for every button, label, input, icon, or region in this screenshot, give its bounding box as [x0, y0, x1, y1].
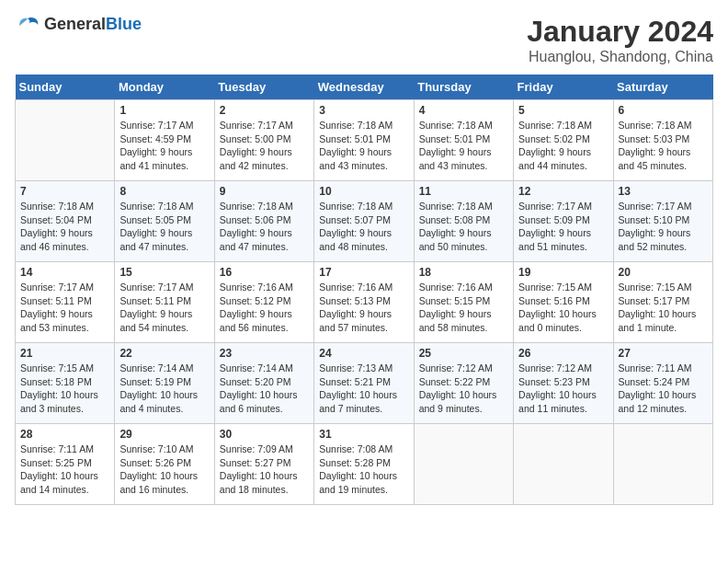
daylight-label: Daylight: 10 hours [619, 388, 708, 402]
calendar-cell [514, 424, 613, 505]
daylight-label: Daylight: 9 hours [20, 307, 109, 321]
calendar-cell: 31Sunrise: 7:08 AMSunset: 5:28 PMDayligh… [314, 424, 414, 505]
daylight-minutes: and 4 minutes. [119, 402, 209, 416]
sunset-info: Sunset: 5:03 PM [619, 132, 708, 146]
daylight-label: Daylight: 10 hours [220, 469, 309, 483]
sunset-info: Sunset: 5:11 PM [20, 294, 109, 308]
sunrise-info: Sunrise: 7:17 AM [220, 119, 309, 132]
sunrise-info: Sunrise: 7:18 AM [419, 200, 508, 213]
day-number: 9 [220, 185, 309, 198]
day-number: 15 [119, 266, 209, 279]
column-header-saturday: Saturday [613, 75, 712, 100]
calendar-cell: 11Sunrise: 7:18 AMSunset: 5:08 PMDayligh… [414, 181, 513, 262]
sunrise-info: Sunrise: 7:18 AM [220, 200, 309, 213]
sunrise-info: Sunrise: 7:15 AM [20, 362, 109, 375]
day-info: Sunrise: 7:15 AMSunset: 5:17 PMDaylight:… [619, 281, 708, 335]
sunset-info: Sunset: 5:00 PM [220, 132, 309, 146]
sunset-info: Sunset: 5:15 PM [419, 294, 508, 308]
sunset-info: Sunset: 5:10 PM [619, 213, 708, 227]
daylight-label: Daylight: 9 hours [119, 226, 209, 240]
day-number: 5 [518, 104, 608, 117]
daylight-minutes: and 46 minutes. [20, 240, 109, 254]
daylight-label: Daylight: 9 hours [518, 226, 608, 240]
sunset-info: Sunset: 5:19 PM [119, 375, 209, 389]
day-info: Sunrise: 7:15 AMSunset: 5:16 PMDaylight:… [518, 281, 608, 335]
calendar-week-row: 28Sunrise: 7:11 AMSunset: 5:25 PMDayligh… [16, 424, 713, 505]
daylight-label: Daylight: 9 hours [419, 307, 508, 321]
daylight-label: Daylight: 10 hours [119, 469, 209, 483]
sunset-info: Sunset: 5:16 PM [518, 294, 608, 308]
day-info: Sunrise: 7:12 AMSunset: 5:23 PMDaylight:… [518, 362, 608, 416]
daylight-minutes: and 57 minutes. [319, 321, 408, 335]
daylight-minutes: and 18 minutes. [220, 483, 309, 497]
day-number: 7 [20, 185, 109, 198]
sunset-info: Sunset: 5:12 PM [220, 294, 309, 308]
sunset-info: Sunset: 5:08 PM [419, 213, 508, 227]
daylight-label: Daylight: 10 hours [319, 469, 408, 483]
day-number: 12 [518, 185, 608, 198]
day-number: 4 [419, 104, 508, 117]
day-info: Sunrise: 7:14 AMSunset: 5:19 PMDaylight:… [119, 362, 209, 416]
daylight-minutes: and 43 minutes. [419, 159, 508, 173]
sunset-info: Sunset: 5:28 PM [319, 456, 408, 470]
sunset-info: Sunset: 5:20 PM [220, 375, 309, 389]
calendar-week-row: 7Sunrise: 7:18 AMSunset: 5:04 PMDaylight… [16, 181, 713, 262]
day-info: Sunrise: 7:11 AMSunset: 5:24 PMDaylight:… [619, 362, 708, 416]
sunrise-info: Sunrise: 7:16 AM [220, 281, 309, 294]
sunset-info: Sunset: 5:11 PM [119, 294, 209, 308]
daylight-minutes: and 6 minutes. [220, 402, 309, 416]
daylight-label: Daylight: 10 hours [20, 388, 109, 402]
day-number: 24 [319, 347, 408, 360]
sunrise-info: Sunrise: 7:13 AM [319, 362, 408, 375]
sunrise-info: Sunrise: 7:18 AM [119, 200, 209, 213]
day-number: 19 [518, 266, 608, 279]
sunrise-info: Sunrise: 7:17 AM [619, 200, 708, 213]
column-header-sunday: Sunday [16, 75, 115, 100]
daylight-minutes: and 19 minutes. [319, 483, 408, 497]
daylight-minutes: and 53 minutes. [20, 321, 109, 335]
sunset-info: Sunset: 5:13 PM [319, 294, 408, 308]
logo-general: General [44, 15, 106, 33]
calendar-week-row: 1Sunrise: 7:17 AMSunset: 4:59 PMDaylight… [16, 100, 713, 181]
daylight-minutes: and 48 minutes. [319, 240, 408, 254]
sunset-info: Sunset: 5:01 PM [319, 132, 408, 146]
calendar-cell: 9Sunrise: 7:18 AMSunset: 5:06 PMDaylight… [214, 181, 313, 262]
day-number: 8 [119, 185, 209, 198]
sunrise-info: Sunrise: 7:14 AM [119, 362, 209, 375]
day-number: 13 [619, 185, 708, 198]
day-info: Sunrise: 7:18 AMSunset: 5:01 PMDaylight:… [319, 119, 408, 173]
daylight-label: Daylight: 9 hours [220, 226, 309, 240]
daylight-label: Daylight: 10 hours [619, 307, 708, 321]
sunset-info: Sunset: 5:24 PM [619, 375, 708, 389]
daylight-label: Daylight: 9 hours [319, 226, 408, 240]
daylight-minutes: and 52 minutes. [619, 240, 708, 254]
daylight-label: Daylight: 9 hours [220, 307, 309, 321]
day-number: 16 [220, 266, 309, 279]
daylight-label: Daylight: 9 hours [20, 226, 109, 240]
day-number: 17 [319, 266, 408, 279]
sunset-info: Sunset: 5:01 PM [419, 132, 508, 146]
calendar-table: SundayMondayTuesdayWednesdayThursdayFrid… [15, 75, 713, 505]
calendar-cell: 25Sunrise: 7:12 AMSunset: 5:22 PMDayligh… [414, 343, 513, 424]
calendar-cell: 2Sunrise: 7:17 AMSunset: 5:00 PMDaylight… [214, 100, 313, 181]
calendar-cell: 21Sunrise: 7:15 AMSunset: 5:18 PMDayligh… [16, 343, 115, 424]
sunrise-info: Sunrise: 7:17 AM [119, 119, 209, 132]
daylight-label: Daylight: 10 hours [419, 388, 508, 402]
daylight-minutes: and 43 minutes. [319, 159, 408, 173]
column-header-friday: Friday [514, 75, 613, 100]
daylight-label: Daylight: 9 hours [419, 145, 508, 159]
calendar-cell: 8Sunrise: 7:18 AMSunset: 5:05 PMDaylight… [115, 181, 214, 262]
sunset-info: Sunset: 5:06 PM [220, 213, 309, 227]
daylight-label: Daylight: 10 hours [518, 307, 608, 321]
calendar-cell: 5Sunrise: 7:18 AMSunset: 5:02 PMDaylight… [514, 100, 613, 181]
day-number: 1 [119, 104, 209, 117]
daylight-minutes: and 11 minutes. [518, 402, 608, 416]
day-number: 6 [619, 104, 708, 117]
calendar-cell: 23Sunrise: 7:14 AMSunset: 5:20 PMDayligh… [214, 343, 313, 424]
calendar-cell: 28Sunrise: 7:11 AMSunset: 5:25 PMDayligh… [16, 424, 115, 505]
day-info: Sunrise: 7:17 AMSunset: 5:11 PMDaylight:… [20, 281, 109, 335]
calendar-cell [613, 424, 712, 505]
day-number: 14 [20, 266, 109, 279]
day-info: Sunrise: 7:16 AMSunset: 5:15 PMDaylight:… [419, 281, 508, 335]
calendar-cell: 24Sunrise: 7:13 AMSunset: 5:21 PMDayligh… [314, 343, 414, 424]
